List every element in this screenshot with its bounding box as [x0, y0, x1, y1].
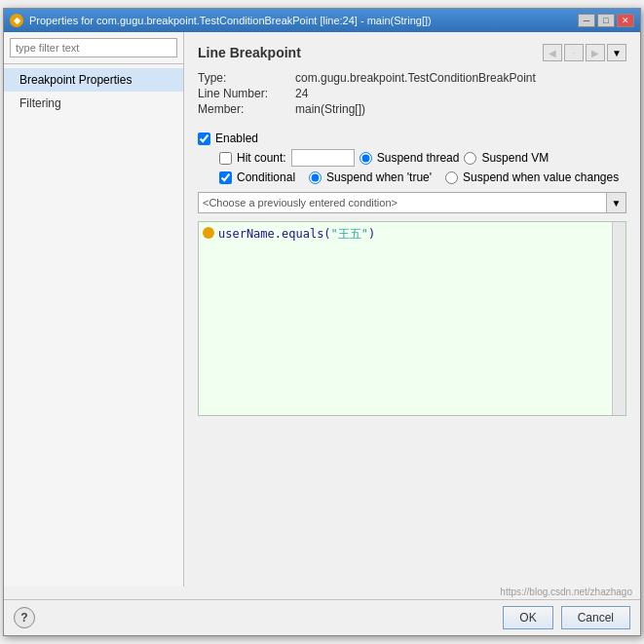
suspend-thread-label: Suspend thread [377, 151, 460, 165]
suspend-true-radio[interactable] [309, 171, 322, 184]
member-label: Member: [198, 102, 295, 116]
code-line: userName.equals("王五") [218, 226, 622, 243]
title-controls: ─ □ ✕ [578, 14, 634, 27]
nav-dropdown-button[interactable]: ▼ [607, 44, 626, 61]
main-content: Breakpoint Properties Filtering Line Bre… [4, 32, 640, 587]
type-value: com.gugu.breakpoint.TestConditionBreakPo… [295, 71, 536, 85]
left-panel: Breakpoint Properties Filtering [4, 32, 184, 587]
line-label: Line Number: [198, 87, 295, 100]
conditional-checkbox[interactable] [219, 171, 232, 184]
info-row-member: Member: main(String[]) [198, 102, 626, 116]
conditional-row: Conditional Suspend when 'true' Suspend … [219, 170, 626, 184]
title-bar: ◆ Properties for com.gugu.breakpoint.Tes… [4, 9, 640, 32]
filter-input-wrap [4, 32, 183, 64]
condition-dropdown[interactable]: <Choose a previously entered condition> [198, 192, 607, 213]
maximize-button[interactable]: □ [597, 14, 615, 27]
help-button[interactable]: ? [14, 607, 35, 628]
nav-back-button[interactable]: ◀ [543, 44, 562, 61]
code-scrollbar[interactable] [612, 222, 625, 415]
member-value: main(String[]) [295, 102, 365, 116]
dialog-window: ◆ Properties for com.gugu.breakpoint.Tes… [3, 8, 641, 636]
hit-count-label: Hit count: [237, 151, 286, 165]
type-label: Type: [198, 71, 295, 85]
watermark-text: https://blog.csdn.net/zhazhago [500, 587, 632, 597]
cancel-button[interactable]: Cancel [561, 606, 630, 629]
line-marker [203, 227, 214, 239]
panel-header: Line Breakpoint ◀ · ▶ ▼ [198, 44, 626, 61]
options-section: Enabled Hit count: Suspend thread Suspen… [198, 132, 626, 416]
hit-count-row: Hit count: Suspend thread Suspend VM [219, 149, 626, 167]
code-text: userName.equals("王五") [218, 226, 375, 243]
hit-count-input[interactable] [291, 149, 355, 167]
condition-dropdown-arrow[interactable]: ▼ [607, 192, 626, 213]
enabled-row: Enabled [198, 132, 626, 145]
title-icon: ◆ [10, 14, 23, 27]
dialog-title: Properties for com.gugu.breakpoint.TestC… [29, 15, 432, 26]
condition-dropdown-row: <Choose a previously entered condition> … [198, 192, 626, 213]
info-row-type: Type: com.gugu.breakpoint.TestConditionB… [198, 71, 626, 85]
panel-title: Line Breakpoint [198, 45, 301, 60]
watermark-row: https://blog.csdn.net/zhazhago [4, 587, 640, 599]
enabled-label: Enabled [215, 132, 258, 145]
filter-input[interactable] [10, 38, 177, 57]
info-table: Type: com.gugu.breakpoint.TestConditionB… [198, 71, 626, 118]
title-bar-left: ◆ Properties for com.gugu.breakpoint.Tes… [10, 14, 432, 27]
code-editor[interactable]: userName.equals("王五") [198, 221, 626, 416]
suspend-value-radio[interactable] [445, 171, 458, 184]
enabled-checkbox[interactable] [198, 133, 210, 145]
nav-item-filtering[interactable]: Filtering [4, 92, 183, 115]
suspend-vm-label: Suspend VM [481, 151, 549, 165]
nav-separator: · [564, 44, 584, 61]
bottom-bar: ? OK Cancel [4, 599, 640, 635]
suspend-true-label: Suspend when 'true' [326, 170, 432, 184]
nav-items: Breakpoint Properties Filtering [4, 64, 183, 119]
suspend-thread-radio[interactable] [360, 152, 372, 165]
suspend-value-label: Suspend when value changes [463, 170, 619, 184]
line-value: 24 [295, 87, 308, 100]
bottom-left: ? [14, 607, 35, 628]
right-panel: Line Breakpoint ◀ · ▶ ▼ Type: com.gugu.b… [184, 32, 640, 587]
info-row-line: Line Number: 24 [198, 87, 626, 100]
nav-item-breakpoint-properties[interactable]: Breakpoint Properties [4, 68, 183, 92]
nav-arrows: ◀ · ▶ ▼ [543, 44, 626, 61]
bottom-right: OK Cancel [503, 606, 630, 629]
suspend-vm-radio[interactable] [464, 152, 476, 165]
close-button[interactable]: ✕ [617, 14, 634, 27]
conditional-label: Conditional [237, 170, 295, 184]
nav-forward-button[interactable]: ▶ [586, 44, 605, 61]
minimize-button[interactable]: ─ [578, 14, 595, 27]
ok-button[interactable]: OK [503, 606, 552, 629]
hit-count-checkbox[interactable] [219, 152, 232, 165]
